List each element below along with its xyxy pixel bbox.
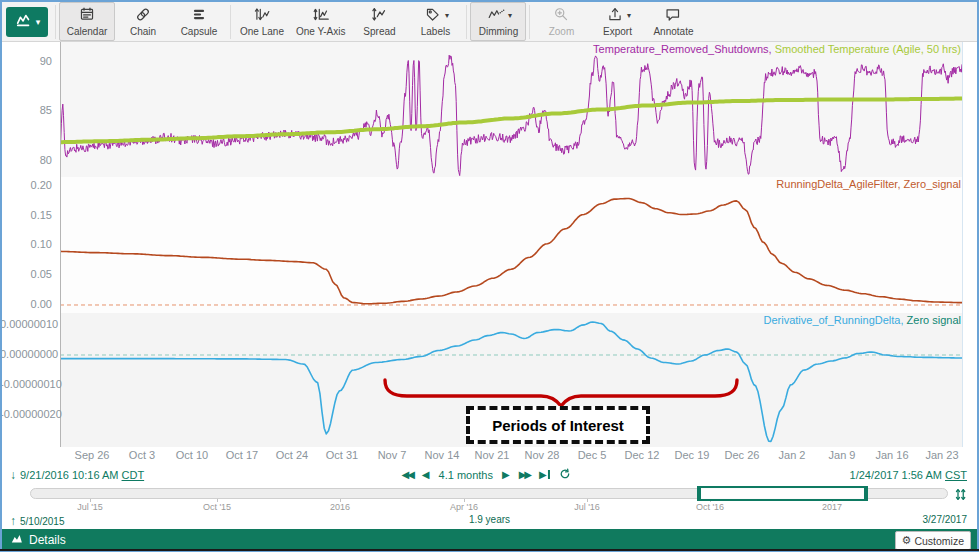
legend-item[interactable]: Zero signal <box>907 314 961 326</box>
calendar-button[interactable]: Calendar <box>59 2 115 41</box>
one-lane-button[interactable]: One Lane <box>234 2 290 41</box>
capsule-label: Capsule <box>181 26 218 37</box>
end-datetime[interactable]: 1/24/2017 1:56 AM <box>850 469 942 481</box>
spread-button[interactable]: Spread <box>351 2 407 41</box>
zoom-icon <box>550 6 572 27</box>
capsule-button[interactable]: Capsule <box>171 2 227 41</box>
toolbar-separator <box>55 5 56 39</box>
investigate-duration[interactable]: 1.9 years <box>2 514 977 525</box>
lane-2-plot[interactable] <box>60 177 962 313</box>
y-tick-label: 0.00 <box>0 298 52 311</box>
timeline-label: 2017 <box>802 502 862 512</box>
annotate-icon <box>662 6 684 27</box>
legend-item[interactable]: Smoothed Temperature (Agile, 50 hrs) <box>775 43 961 55</box>
trend-view-button[interactable]: ▾ <box>6 7 48 37</box>
spread-icon <box>368 6 390 27</box>
toolbar-separator <box>230 5 231 39</box>
toolbar: ▾ CalendarChainCapsuleOne LaneOne Y-Axis… <box>2 2 977 42</box>
step-back-full-button[interactable]: ◀◀ <box>401 469 412 481</box>
calendar-label: Calendar <box>67 26 108 37</box>
export-button[interactable]: ▾Export <box>589 2 645 41</box>
one-y-axis-label: One Y-Axis <box>296 26 345 37</box>
y-tick-label: 0.10 <box>0 238 52 251</box>
y-axis-line <box>60 177 61 313</box>
labels-icon <box>422 6 444 27</box>
one-y-axis-icon <box>310 6 332 27</box>
legend-item[interactable]: Zero_signal <box>904 178 961 190</box>
auto-update-icon[interactable] <box>559 468 571 483</box>
timeline-slider-row: Jul '15Oct '152016Apr '16Jul '16Oct '162… <box>2 486 977 512</box>
step-forward-full-button[interactable]: ▶▶ <box>519 469 530 481</box>
timeline-label: Jul '15 <box>60 502 120 512</box>
y-tick-label: -0.00000020 <box>0 408 52 421</box>
chevron-down-icon: ▾ <box>36 18 41 26</box>
step-forward-button[interactable]: ▶ <box>502 469 510 481</box>
one-lane-icon <box>251 6 273 27</box>
toolbar-separator <box>529 5 530 39</box>
lane-1-legend: Temperature_Removed_Shutdowns, Smoothed … <box>593 43 961 55</box>
range-expand-icon[interactable] <box>953 487 969 506</box>
annotate-button[interactable]: Annotate <box>645 2 701 41</box>
investigate-end-date[interactable]: 3/27/2017 <box>923 514 968 525</box>
chain-icon <box>132 6 154 27</box>
y-tick-label: 0.15 <box>0 209 52 222</box>
legend-item[interactable]: Temperature_Removed_Shutdowns, <box>593 43 775 55</box>
chain-button[interactable]: Chain <box>115 2 171 41</box>
selected-range-handle[interactable] <box>697 486 868 501</box>
export-label: Export <box>603 26 632 37</box>
dimming-button[interactable]: ▾Dimming <box>470 2 526 41</box>
one-y-axis-button[interactable]: One Y-Axis <box>290 2 351 41</box>
export-icon <box>604 6 626 27</box>
gear-icon: ⚙ <box>902 535 912 546</box>
dimming-icon <box>485 6 507 27</box>
time-step-controls: ◀◀ ◀ 4.1 months ▶ ▶▶ ▶ <box>401 468 570 483</box>
details-toggle[interactable]: Details <box>10 532 66 548</box>
step-back-button[interactable]: ◀ <box>422 469 430 481</box>
legend-item[interactable]: RunningDelta_AgileFilter, <box>776 178 903 190</box>
timeline-label: Oct '16 <box>680 502 740 512</box>
plot-right-edge <box>962 42 963 177</box>
lane-1-plot[interactable] <box>60 42 962 177</box>
y-tick-label: 90 <box>0 55 52 68</box>
one-lane-label: One Lane <box>240 26 284 37</box>
periods-of-interest-brace[interactable] <box>383 377 741 409</box>
arrow-down-icon[interactable]: ↓ <box>10 468 16 482</box>
range-handle-right[interactable] <box>864 487 867 500</box>
end-timezone-link[interactable]: CST <box>945 469 967 481</box>
legend-item[interactable]: Derivative_of_RunningDelta, <box>763 314 906 326</box>
y-tick-label: 0.05 <box>0 268 52 281</box>
lane-2-legend: RunningDelta_AgileFilter, Zero_signal <box>776 178 961 190</box>
start-timezone-link[interactable]: CDT <box>122 469 145 481</box>
display-range-start[interactable]: ↓ 9/21/2016 10:16 AM CDT <box>10 468 144 482</box>
x-tick-label: Jan 23 <box>907 449 977 461</box>
spread-label: Spread <box>363 26 395 37</box>
labels-label: Labels <box>421 26 450 37</box>
area-chart-icon <box>10 532 24 548</box>
calendar-icon <box>76 6 98 27</box>
investigate-range-bar: ↑ 5/10/2015 1.9 years 3/27/2017 <box>2 512 977 529</box>
zoom-label: Zoom <box>549 26 575 37</box>
capsule-icon <box>188 6 210 27</box>
range-handle-left[interactable] <box>698 487 701 500</box>
trend-lane-2: 0.200.150.100.050.00RunningDelta_AgileFi… <box>2 177 977 313</box>
y-tick-label: -0.00000010 <box>0 378 52 391</box>
customize-label: Customize <box>914 535 964 547</box>
duration-label[interactable]: 4.1 months <box>439 469 493 481</box>
details-label: Details <box>29 533 66 547</box>
toolbar-separator <box>466 5 467 39</box>
periods-of-interest-annotation[interactable]: Periods of Interest <box>466 406 650 444</box>
chevron-down-icon: ▾ <box>508 12 512 20</box>
annotation-label: Periods of Interest <box>492 417 624 434</box>
x-axis: Sep 26Oct 3Oct 10Oct 17Oct 24Oct 31Nov 7… <box>2 447 977 464</box>
y-tick-label: 0.20 <box>0 179 52 192</box>
labels-button[interactable]: ▾Labels <box>407 2 463 41</box>
y-tick-label: 0.00000010 <box>0 318 52 331</box>
timeline-label: Oct '15 <box>187 502 247 512</box>
customize-button[interactable]: ⚙ Customize <box>895 531 971 550</box>
start-datetime[interactable]: 9/21/2016 10:16 AM <box>20 469 118 481</box>
step-to-end-button[interactable]: ▶ <box>539 469 550 481</box>
plot-right-edge <box>962 177 963 313</box>
details-panel-bar: Details ⚙ Customize <box>2 529 977 550</box>
display-range-end[interactable]: 1/24/2017 1:56 AM CST <box>850 469 967 481</box>
lane-3-legend: Derivative_of_RunningDelta, Zero signal <box>763 314 961 326</box>
